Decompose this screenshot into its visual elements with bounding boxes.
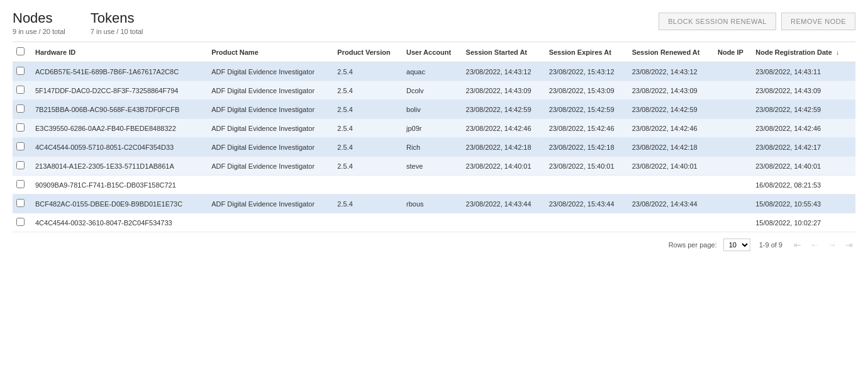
cell-product-version: 2.5.4 <box>333 157 403 176</box>
table-row: 4C4C4544-0059-5710-8051-C2C04F354D33ADF … <box>13 138 855 157</box>
cell-session-started <box>462 176 545 194</box>
cell-node-ip <box>714 138 752 157</box>
row-checkbox[interactable] <box>16 199 25 207</box>
cell-user-account: aquac <box>403 62 462 81</box>
header-titles: Nodes 9 in use / 20 total Tokens 7 in us… <box>13 10 143 35</box>
col-session-renewed: Session Renewed At <box>628 42 714 62</box>
cell-session-started: 23/08/2022, 14:42:18 <box>462 138 545 157</box>
table-row: 4C4C4544-0032-3610-8047-B2C04F53473315/0… <box>13 213 855 232</box>
cell-node-ip <box>714 100 752 119</box>
row-checkbox[interactable] <box>16 86 25 94</box>
cell-user-account: Dcolv <box>403 81 462 100</box>
last-page-button[interactable]: ⇥ <box>843 239 855 251</box>
cell-node-reg-date: 15/08/2022, 10:55:43 <box>752 194 855 213</box>
cell-hardware-id: 213A8014-A1E2-2305-1E33-5711D1AB861A <box>31 157 208 176</box>
cell-node-reg-date: 23/08/2022, 14:42:17 <box>752 138 855 157</box>
cell-node-ip <box>714 176 752 194</box>
col-product-version: Product Version <box>333 42 403 62</box>
cell-product-version <box>333 176 403 194</box>
row-checkbox[interactable] <box>16 161 25 169</box>
block-session-button[interactable]: BLOCK SESSION RENEWAL <box>659 13 776 30</box>
cell-product-name: ADF Digital Evidence Investigator <box>208 100 333 119</box>
col-node-reg-date[interactable]: Node Registration Date ↓ <box>752 42 855 62</box>
cell-user-account: steve <box>403 157 462 176</box>
cell-session-started: 23/08/2022, 14:40:01 <box>462 157 545 176</box>
cell-product-name: ADF Digital Evidence Investigator <box>208 81 333 100</box>
first-page-button[interactable]: ⇤ <box>791 239 804 251</box>
cell-hardware-id: 5F147DDF-DAC0-D2CC-8F3F-73258864F794 <box>31 81 208 100</box>
cell-product-name: ADF Digital Evidence Investigator <box>208 157 333 176</box>
cell-session-renewed: 23/08/2022, 14:42:59 <box>628 100 714 119</box>
cell-hardware-id: 4C4C4544-0059-5710-8051-C2C04F354D33 <box>31 138 208 157</box>
cell-product-name <box>208 176 333 194</box>
cell-user-account: jp09r <box>403 119 462 138</box>
row-checkbox[interactable] <box>16 67 25 75</box>
cell-product-name: ADF Digital Evidence Investigator <box>208 138 333 157</box>
cell-node-ip <box>714 157 752 176</box>
row-checkbox[interactable] <box>16 180 25 188</box>
cell-user-account <box>403 176 462 194</box>
rows-per-page-select[interactable]: 10 25 50 <box>723 239 750 251</box>
nodes-section: Nodes 9 in use / 20 total <box>13 10 65 35</box>
cell-session-expires: 23/08/2022, 15:42:46 <box>545 119 628 138</box>
col-node-ip: Node IP <box>714 42 752 62</box>
next-page-button[interactable]: → <box>825 239 839 251</box>
cell-session-renewed: 23/08/2022, 14:43:09 <box>628 81 714 100</box>
cell-session-started: 23/08/2022, 14:43:12 <box>462 62 545 81</box>
cell-product-name <box>208 213 333 232</box>
cell-session-expires: 23/08/2022, 15:43:44 <box>545 194 628 213</box>
cell-node-reg-date: 16/08/2022, 08:21:53 <box>752 176 855 194</box>
row-checkbox-cell[interactable] <box>13 81 31 100</box>
cell-node-ip <box>714 194 752 213</box>
cell-session-expires: 23/08/2022, 15:42:18 <box>545 138 628 157</box>
row-checkbox-cell[interactable] <box>13 138 31 157</box>
row-checkbox[interactable] <box>16 142 25 150</box>
nodes-subtitle: 9 in use / 20 total <box>13 28 65 35</box>
select-all-checkbox-header[interactable] <box>13 42 31 62</box>
cell-user-account: boliv <box>403 100 462 119</box>
prev-page-button[interactable]: ← <box>808 239 821 251</box>
page-info: 1-9 of 9 <box>759 241 782 249</box>
rows-per-page-label: Rows per page: <box>669 241 717 249</box>
row-checkbox-cell[interactable] <box>13 194 31 213</box>
table-row: 7B215BBA-006B-AC90-568F-E43B7DF0FCFBADF … <box>13 100 855 119</box>
cell-hardware-id: 4C4C4544-0032-3610-8047-B2C04F534733 <box>31 213 208 232</box>
cell-product-version: 2.5.4 <box>333 81 403 100</box>
cell-session-expires <box>545 213 628 232</box>
row-checkbox-cell[interactable] <box>13 62 31 81</box>
table-row: 213A8014-A1E2-2305-1E33-5711D1AB861AADF … <box>13 157 855 176</box>
row-checkbox-cell[interactable] <box>13 213 31 232</box>
cell-hardware-id: BCF482AC-0155-DBEE-D0E9-B9BD01E1E73C <box>31 194 208 213</box>
col-product-name: Product Name <box>208 42 333 62</box>
cell-session-expires <box>545 176 628 194</box>
row-checkbox-cell[interactable] <box>13 176 31 194</box>
table-header-row: Hardware ID Product Name Product Version… <box>13 42 855 62</box>
cell-product-version <box>333 213 403 232</box>
row-checkbox-cell[interactable] <box>13 119 31 138</box>
cell-session-renewed: 23/08/2022, 14:42:46 <box>628 119 714 138</box>
tokens-title: Tokens <box>91 10 143 26</box>
cell-product-version: 2.5.4 <box>333 138 403 157</box>
row-checkbox-cell[interactable] <box>13 157 31 176</box>
cell-hardware-id: 7B215BBA-006B-AC90-568F-E43B7DF0FCFB <box>31 100 208 119</box>
remove-node-button[interactable]: REMOVE NODE <box>781 13 855 30</box>
row-checkbox[interactable] <box>16 123 25 132</box>
table-row: 90909BA9-781C-F741-B15C-DB03F158C72116/0… <box>13 176 855 194</box>
cell-session-started: 23/08/2022, 14:43:44 <box>462 194 545 213</box>
cell-node-ip <box>714 81 752 100</box>
sort-desc-icon: ↓ <box>836 49 839 56</box>
row-checkbox-cell[interactable] <box>13 100 31 119</box>
cell-user-account: rbous <box>403 194 462 213</box>
col-session-expires: Session Expires At <box>545 42 628 62</box>
cell-session-started: 23/08/2022, 14:42:59 <box>462 100 545 119</box>
cell-node-reg-date: 15/08/2022, 10:02:27 <box>752 213 855 232</box>
cell-product-version: 2.5.4 <box>333 119 403 138</box>
cell-session-renewed: 23/08/2022, 14:42:18 <box>628 138 714 157</box>
table-body: ACD6B57E-541E-689B-7B6F-1A67617A2C8CADF … <box>13 62 855 232</box>
row-checkbox[interactable] <box>16 218 25 226</box>
cell-product-version: 2.5.4 <box>333 194 403 213</box>
row-checkbox[interactable] <box>16 104 25 113</box>
select-all-checkbox[interactable] <box>16 47 25 55</box>
table-container: Hardware ID Product Name Product Version… <box>0 42 868 232</box>
cell-session-renewed <box>628 176 714 194</box>
